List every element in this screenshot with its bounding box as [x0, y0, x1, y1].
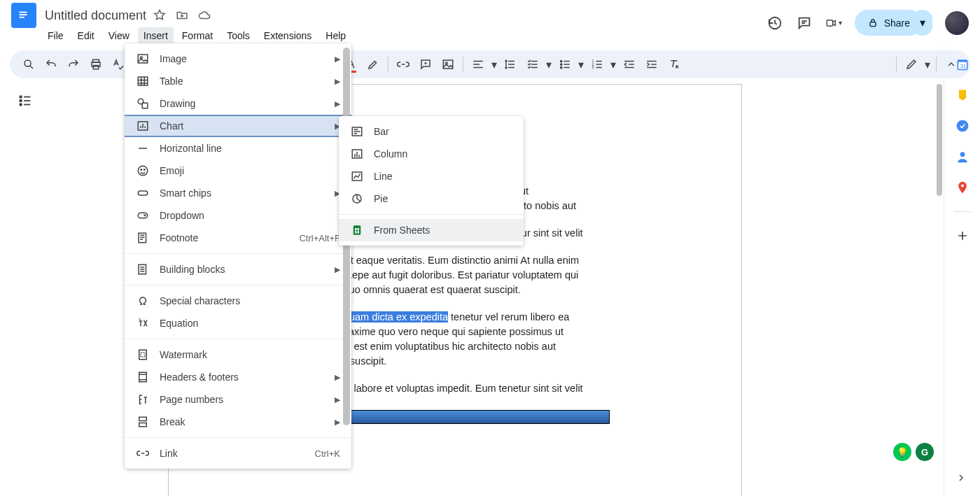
svg-rect-5	[870, 22, 876, 26]
menu-item-column[interactable]: Column	[339, 143, 524, 165]
line-spacing-icon[interactable]	[500, 54, 521, 75]
checklist-icon[interactable]	[522, 54, 543, 75]
grammarly-icon[interactable]: G	[916, 443, 934, 461]
image-icon	[136, 52, 150, 66]
history-icon[interactable]	[766, 15, 783, 31]
print-icon[interactable]	[85, 54, 106, 75]
keep-icon[interactable]	[955, 88, 969, 102]
highlight-color-icon[interactable]	[363, 54, 384, 75]
scrollbar-thumb[interactable]	[937, 84, 942, 196]
star-icon[interactable]	[153, 9, 166, 22]
menu-item-label: Drawing	[160, 98, 325, 109]
menu-item-horizontal-line[interactable]: Horizontal line	[125, 137, 351, 160]
menu-item-label: Pie	[374, 193, 512, 204]
menu-item-watermark[interactable]: Watermark	[125, 343, 351, 366]
menu-help[interactable]: Help	[320, 27, 351, 44]
watermark-icon	[136, 348, 150, 362]
menu-item-emoji[interactable]: Emoji	[125, 160, 351, 182]
break-icon	[136, 415, 150, 429]
share-dropdown[interactable]: ▾	[913, 10, 932, 36]
show-outline-icon[interactable]	[15, 91, 35, 111]
page-numbers-icon: #	[136, 392, 150, 406]
menu-item-equation[interactable]: πEquation	[125, 312, 351, 334]
editing-mode-dropdown[interactable]: ▾	[923, 58, 932, 71]
menu-item-line[interactable]: Line	[339, 165, 524, 187]
bulleted-list-icon[interactable]	[554, 54, 575, 75]
menu-item-chart[interactable]: Chart▶	[125, 115, 351, 137]
indent-decrease-icon[interactable]	[619, 54, 640, 75]
hide-side-panel-icon[interactable]	[955, 472, 969, 486]
docs-logo-icon[interactable]	[11, 3, 36, 28]
get-addons-icon[interactable]	[955, 229, 969, 243]
menu-tools[interactable]: Tools	[221, 27, 255, 44]
menu-item-building-blocks[interactable]: Building blocks▶	[125, 258, 351, 281]
menu-item-special-characters[interactable]: Special characters	[125, 290, 351, 312]
menu-item-label: Break	[160, 416, 325, 427]
menu-item-label: Bar	[374, 126, 512, 137]
add-comment-icon[interactable]	[415, 54, 436, 75]
menu-item-page-numbers[interactable]: #Page numbers▶	[125, 388, 351, 411]
contacts-icon[interactable]	[955, 150, 969, 164]
svg-rect-3	[20, 17, 24, 18]
menu-item-drawing[interactable]: Drawing▶	[125, 92, 351, 115]
menu-item-break[interactable]: Break▶	[125, 411, 351, 433]
svg-point-20	[20, 104, 22, 106]
calendar-icon[interactable]: 31	[955, 57, 969, 71]
svg-rect-38	[139, 417, 147, 420]
insert-link-icon[interactable]	[393, 54, 414, 75]
svg-point-19	[20, 100, 22, 102]
menu-item-pie[interactable]: Pie	[339, 187, 524, 210]
move-icon[interactable]	[176, 9, 188, 22]
align-icon[interactable]	[468, 54, 489, 75]
svg-text:3: 3	[592, 65, 594, 69]
menu-item-label: Dropdown	[160, 210, 340, 221]
checklist-dropdown[interactable]: ▾	[545, 58, 553, 71]
insert-menu-dropdown: Image▶Table▶Drawing▶Chart▶Horizontal lin…	[125, 43, 351, 469]
menu-item-image[interactable]: Image▶	[125, 48, 351, 70]
submenu-arrow-icon: ▶	[335, 77, 340, 86]
badge-icon[interactable]: 💡	[893, 443, 911, 461]
menu-edit[interactable]: Edit	[72, 27, 100, 44]
menu-item-label: Headers & footers	[160, 371, 325, 383]
grammarly-badges[interactable]: 💡 G	[893, 443, 934, 461]
editing-mode-icon[interactable]	[901, 54, 922, 75]
menu-item-footnote[interactable]: FootnoteCtrl+Alt+F	[125, 227, 351, 249]
svg-text:π: π	[139, 317, 141, 321]
search-menus-icon[interactable]	[18, 54, 39, 75]
meet-icon[interactable]: ▾	[825, 15, 842, 31]
numbered-list-dropdown[interactable]: ▾	[609, 58, 617, 71]
insert-image-icon[interactable]	[438, 54, 458, 75]
menu-item-link[interactable]: LinkCtrl+K	[125, 442, 351, 465]
menu-item-from-sheets[interactable]: From Sheets	[339, 219, 524, 241]
chart-submenu: BarColumnLinePieFrom Sheets	[339, 116, 524, 246]
cloud-status-icon[interactable]	[198, 9, 211, 22]
menu-view[interactable]: View	[103, 27, 135, 44]
numbered-list-icon[interactable]: 123	[587, 54, 608, 75]
menu-item-dropdown[interactable]: Dropdown	[125, 204, 351, 227]
menu-item-label: Special characters	[160, 295, 340, 306]
menu-format[interactable]: Format	[176, 27, 218, 44]
svg-rect-36	[139, 372, 147, 382]
clear-formatting-icon[interactable]	[664, 54, 685, 75]
svg-rect-10	[443, 60, 453, 69]
menu-file[interactable]: File	[42, 27, 69, 44]
menu-item-smart-chips[interactable]: Smart chips▶	[125, 182, 351, 204]
document-title[interactable]: Untitled document	[45, 8, 146, 23]
comment-icon[interactable]	[796, 15, 813, 31]
svg-rect-25	[142, 103, 148, 108]
menu-item-headers-footers[interactable]: Headers & footers▶	[125, 366, 351, 388]
menu-item-bar[interactable]: Bar	[339, 120, 524, 143]
pie-icon	[350, 192, 364, 206]
menu-extensions[interactable]: Extensions	[258, 27, 317, 44]
tasks-icon[interactable]	[955, 119, 969, 133]
redo-icon[interactable]	[63, 54, 84, 75]
account-avatar[interactable]	[945, 11, 969, 35]
menu-item-label: Footnote	[160, 232, 289, 243]
align-dropdown[interactable]: ▾	[490, 58, 498, 71]
undo-icon[interactable]	[41, 54, 62, 75]
maps-icon[interactable]	[955, 180, 969, 194]
menu-item-table[interactable]: Table▶	[125, 70, 351, 92]
menu-insert[interactable]: Insert	[138, 27, 174, 44]
bulleted-list-dropdown[interactable]: ▾	[577, 58, 585, 71]
indent-increase-icon[interactable]	[641, 54, 662, 75]
